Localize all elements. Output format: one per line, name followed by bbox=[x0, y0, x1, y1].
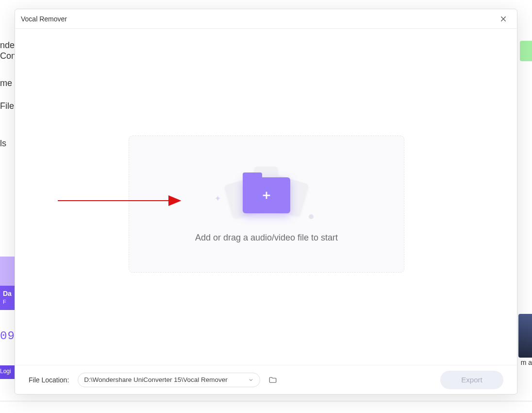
browse-folder-button[interactable] bbox=[267, 374, 279, 386]
bg-text-fragment: ls bbox=[0, 138, 6, 149]
modal-title: Vocal Remover bbox=[21, 15, 67, 23]
dropzone-illustration: ✦ bbox=[225, 166, 308, 219]
bg-purple-block: DaF bbox=[0, 286, 15, 310]
bg-text-fragment: Con bbox=[0, 51, 16, 61]
file-location-dropdown[interactable]: D:\Wondershare UniConverter 15\Vocal Rem… bbox=[78, 373, 260, 387]
bg-purple-block: Logi bbox=[0, 365, 15, 379]
folder-icon bbox=[243, 177, 290, 213]
bg-purple-block bbox=[0, 257, 15, 286]
vocal-remover-modal: Vocal Remover ✦ Add or drag a audio/v bbox=[15, 9, 517, 395]
bg-text-fragment: Logi bbox=[0, 368, 11, 375]
modal-body: ✦ Add or drag a audio/video file to star… bbox=[15, 29, 517, 365]
plus-icon bbox=[243, 177, 290, 213]
sparkle-icon: ✦ bbox=[215, 194, 221, 203]
file-location-path: D:\Wondershare UniConverter 15\Vocal Rem… bbox=[84, 376, 227, 383]
bg-text-fragment: m a bbox=[521, 359, 532, 366]
modal-footer: File Location: D:\Wondershare UniConvert… bbox=[15, 365, 517, 394]
file-dropzone[interactable]: ✦ Add or drag a audio/video file to star… bbox=[129, 136, 404, 273]
close-icon bbox=[499, 15, 507, 23]
bg-divider bbox=[0, 401, 532, 401]
folder-icon bbox=[268, 376, 277, 384]
export-button-label: Export bbox=[461, 376, 482, 384]
export-button[interactable]: Export bbox=[440, 371, 503, 389]
bg-thumbnail bbox=[518, 314, 532, 358]
bg-text-fragment: me bbox=[0, 78, 12, 88]
bg-text-fragment: Da bbox=[3, 290, 12, 297]
file-location-label: File Location: bbox=[29, 376, 69, 384]
dot-decor bbox=[309, 214, 314, 219]
modal-header: Vocal Remover bbox=[15, 9, 517, 29]
bg-text-fragment: File bbox=[0, 101, 14, 111]
close-button[interactable] bbox=[497, 12, 510, 26]
bg-text-fragment: F bbox=[3, 299, 6, 305]
bg-time-fragment: 09 bbox=[0, 329, 15, 343]
bg-green-accent bbox=[520, 41, 532, 61]
chevron-down-icon bbox=[248, 377, 254, 383]
dropzone-prompt: Add or drag a audio/video file to start bbox=[195, 233, 338, 243]
